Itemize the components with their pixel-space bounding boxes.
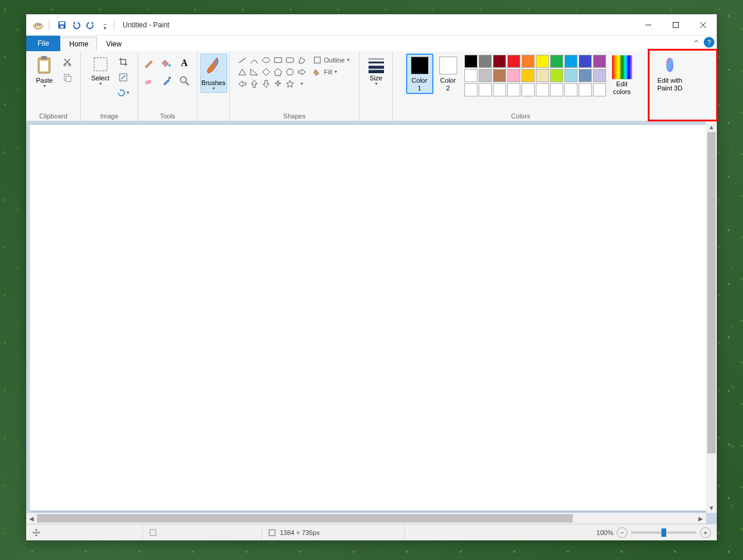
brushes-button[interactable]: Brushes▾ <box>200 54 227 93</box>
color-palette[interactable] <box>463 54 607 98</box>
shape-outline-button[interactable]: Outline ▾ <box>311 55 352 65</box>
shape-diamond[interactable] <box>261 67 271 77</box>
color-swatch[interactable] <box>536 55 549 68</box>
color-swatch[interactable] <box>464 55 477 68</box>
color-swatch[interactable] <box>493 55 506 68</box>
tab-home[interactable]: Home <box>60 37 97 51</box>
shape-fill-button[interactable]: Fill ▾ <box>311 67 352 77</box>
statusbar: 1384 × 735px 100% − + <box>26 524 717 540</box>
size-button[interactable]: Size▾ <box>363 54 389 88</box>
magnifier-tool[interactable] <box>177 74 192 88</box>
paste-button[interactable]: Paste▾ <box>32 54 58 90</box>
tab-file[interactable]: File <box>26 36 60 51</box>
svg-rect-19 <box>94 58 107 71</box>
shape-curve[interactable] <box>249 55 260 65</box>
color-swatch[interactable] <box>593 69 606 82</box>
pencil-tool[interactable] <box>142 56 156 70</box>
maximize-button[interactable] <box>662 15 689 35</box>
zoom-slider[interactable] <box>631 531 697 534</box>
select-button[interactable]: Select▾ <box>88 54 114 88</box>
shape-star5[interactable] <box>285 79 295 89</box>
svg-point-4 <box>40 26 42 27</box>
shape-star4[interactable] <box>273 79 283 89</box>
resize-button[interactable] <box>116 70 130 85</box>
color-swatch[interactable] <box>550 83 563 96</box>
shape-oval[interactable] <box>261 55 271 65</box>
shape-more[interactable]: ▾ <box>296 79 307 89</box>
rotate-button[interactable]: ▾ <box>116 86 130 100</box>
cut-button[interactable] <box>60 55 74 69</box>
color-swatch[interactable] <box>522 83 535 96</box>
eraser-tool[interactable] <box>142 74 156 88</box>
shape-pentagon[interactable] <box>273 67 283 77</box>
tab-view[interactable]: View <box>97 37 130 51</box>
color-swatch[interactable] <box>522 69 535 82</box>
vertical-scrollbar[interactable]: ▲ ▼ <box>706 121 717 513</box>
color2-button[interactable]: Color 2 <box>435 54 462 94</box>
qat-customize[interactable]: ⎯▾ <box>98 18 111 32</box>
color1-button[interactable]: Color 1 <box>406 54 433 94</box>
fill-tool[interactable] <box>160 56 174 70</box>
text-tool[interactable]: A <box>177 56 192 70</box>
shape-arrow-down[interactable] <box>261 79 271 89</box>
color-swatch[interactable] <box>507 55 520 68</box>
svg-rect-34 <box>150 530 156 536</box>
color-swatch[interactable] <box>507 83 520 96</box>
color-swatch[interactable] <box>579 55 592 68</box>
help-icon[interactable]: ? <box>704 37 714 48</box>
scroll-left-icon[interactable]: ◀ <box>26 513 37 524</box>
collapse-ribbon-icon[interactable]: ⌃ <box>692 38 700 49</box>
shape-right-triangle[interactable] <box>249 67 260 77</box>
svg-point-3 <box>39 24 41 26</box>
color-swatch[interactable] <box>479 55 492 68</box>
horizontal-scrollbar[interactable]: ◀ ▶ <box>26 513 706 524</box>
edit-colors-button[interactable]: Edit colors <box>608 54 636 98</box>
color-swatch[interactable] <box>593 83 606 96</box>
color-swatch[interactable] <box>493 83 506 96</box>
color-swatch[interactable] <box>564 69 577 82</box>
color-swatch[interactable] <box>479 69 492 82</box>
color-picker-tool[interactable] <box>160 74 174 88</box>
shape-triangle[interactable] <box>237 67 248 77</box>
color-swatch[interactable] <box>579 69 592 82</box>
minimize-button[interactable] <box>635 15 662 35</box>
color-swatch[interactable] <box>507 69 520 82</box>
color-swatch[interactable] <box>536 83 549 96</box>
color-swatch[interactable] <box>593 55 606 68</box>
zoom-in-button[interactable]: + <box>700 527 711 538</box>
group-label-brushes <box>200 110 227 121</box>
edit-with-paint3d-button[interactable]: Edit with Paint 3D <box>651 54 688 94</box>
shape-hexagon[interactable] <box>285 67 295 77</box>
color-swatch[interactable] <box>464 83 477 96</box>
redo-button[interactable] <box>84 18 97 32</box>
color-swatch[interactable] <box>522 55 535 68</box>
scroll-down-icon[interactable]: ▼ <box>706 502 717 513</box>
shape-arrow-left[interactable] <box>237 79 248 89</box>
color-swatch[interactable] <box>464 69 477 82</box>
shape-arrow-right[interactable] <box>296 67 307 77</box>
svg-rect-28 <box>286 58 294 62</box>
undo-button[interactable] <box>70 18 83 32</box>
color-swatch[interactable] <box>536 69 549 82</box>
shape-line[interactable] <box>237 55 248 65</box>
color-swatch[interactable] <box>550 55 563 68</box>
copy-button[interactable] <box>60 70 74 85</box>
shape-arrow-up[interactable] <box>249 79 260 89</box>
color-swatch[interactable] <box>493 69 506 82</box>
shape-rect[interactable] <box>273 55 283 65</box>
crop-button[interactable] <box>116 55 130 69</box>
scroll-right-icon[interactable]: ▶ <box>695 513 706 524</box>
color-swatch[interactable] <box>579 83 592 96</box>
zoom-out-button[interactable]: − <box>617 527 628 538</box>
save-button[interactable] <box>55 18 68 32</box>
scroll-up-icon[interactable]: ▲ <box>706 121 717 132</box>
shape-roundrect[interactable] <box>285 55 295 65</box>
color-swatch[interactable] <box>564 55 577 68</box>
color-swatch[interactable] <box>550 69 563 82</box>
shapes-gallery[interactable]: ▾ <box>236 54 308 90</box>
color-swatch[interactable] <box>479 83 492 96</box>
close-button[interactable] <box>689 15 717 35</box>
canvas[interactable] <box>30 125 706 511</box>
shape-polygon[interactable] <box>296 55 307 65</box>
color-swatch[interactable] <box>564 83 577 96</box>
